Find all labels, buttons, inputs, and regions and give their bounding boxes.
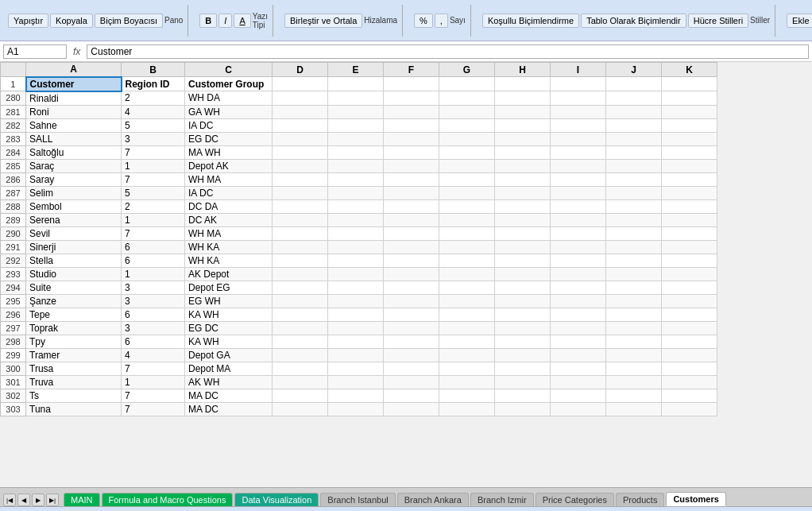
format-painter-button[interactable]: Biçim Boyacısı xyxy=(95,14,163,28)
cell-e-295[interactable] xyxy=(328,294,384,308)
cell-a-287[interactable]: Selim xyxy=(26,186,122,199)
cell-a-298[interactable]: Tpy xyxy=(26,335,122,348)
cell-c-295[interactable]: EG WH xyxy=(185,294,273,308)
col-header-i[interactable]: I xyxy=(551,63,606,77)
cell-a-281[interactable]: Roni xyxy=(26,105,122,118)
cell-reference-input[interactable] xyxy=(3,45,67,59)
cell-e-281[interactable] xyxy=(328,105,384,118)
col-header-j[interactable]: J xyxy=(606,63,662,77)
tab-formula-macro[interactable]: Formula and Macro Questions xyxy=(102,493,234,506)
cell-b-289[interactable]: 1 xyxy=(122,213,185,226)
cell-d-282[interactable] xyxy=(273,118,328,132)
cell-c-289[interactable]: DC AK xyxy=(185,213,273,226)
cell-f-300[interactable] xyxy=(384,362,439,375)
cell-a-292[interactable]: Stella xyxy=(26,254,122,267)
col-header-f[interactable]: F xyxy=(384,63,439,77)
cell-b-288[interactable]: 2 xyxy=(122,199,185,213)
cell-j-284[interactable] xyxy=(606,145,662,159)
cell-h-292[interactable] xyxy=(495,254,551,267)
cell-d-287[interactable] xyxy=(273,186,328,199)
cell-a-286[interactable]: Saray xyxy=(26,172,122,186)
cell-d-301[interactable] xyxy=(273,375,328,389)
cell-b1[interactable]: Region ID xyxy=(122,77,185,91)
cell-k-297[interactable] xyxy=(662,321,717,335)
cell-c-281[interactable]: GA WH xyxy=(185,105,273,118)
cell-b-287[interactable]: 5 xyxy=(122,186,185,199)
cell-g-289[interactable] xyxy=(439,213,495,226)
cell-f-295[interactable] xyxy=(384,294,439,308)
cell-d-281[interactable] xyxy=(273,105,328,118)
cell-h-284[interactable] xyxy=(495,145,551,159)
tab-products[interactable]: Products xyxy=(616,493,664,506)
cell-f-286[interactable] xyxy=(384,172,439,186)
italic-button[interactable]: I xyxy=(218,14,232,28)
cell-i-301[interactable] xyxy=(551,375,606,389)
thousands-button[interactable]: , xyxy=(435,14,448,28)
insert-button[interactable]: Ekle xyxy=(787,14,812,28)
cell-c-303[interactable]: MA DC xyxy=(185,402,273,416)
cell-j-294[interactable] xyxy=(606,281,662,294)
cell-j-286[interactable] xyxy=(606,172,662,186)
cell-c-297[interactable]: EG DC xyxy=(185,321,273,335)
cell-c-293[interactable]: AK Depot xyxy=(185,267,273,281)
cell-g-282[interactable] xyxy=(439,118,495,132)
cell-g-301[interactable] xyxy=(439,375,495,389)
cell-a-290[interactable]: Sevil xyxy=(26,226,122,240)
cell-b-303[interactable]: 7 xyxy=(122,402,185,416)
cell-f-284[interactable] xyxy=(384,145,439,159)
cell-h-283[interactable] xyxy=(495,132,551,145)
cell-i-295[interactable] xyxy=(551,294,606,308)
cell-i-282[interactable] xyxy=(551,118,606,132)
cell-a-303[interactable]: Tuna xyxy=(26,402,122,416)
cell-d-296[interactable] xyxy=(273,308,328,321)
cell-g-285[interactable] xyxy=(439,159,495,172)
cell-g-281[interactable] xyxy=(439,105,495,118)
cell-g-293[interactable] xyxy=(439,267,495,281)
cell-b-282[interactable]: 5 xyxy=(122,118,185,132)
cell-i-287[interactable] xyxy=(551,186,606,199)
cell-g-297[interactable] xyxy=(439,321,495,335)
cell-b-301[interactable]: 1 xyxy=(122,375,185,389)
col-header-h[interactable]: H xyxy=(495,63,551,77)
cell-i-280[interactable] xyxy=(551,91,606,106)
cell-k-284[interactable] xyxy=(662,145,717,159)
cell-h-293[interactable] xyxy=(495,267,551,281)
cell-i-292[interactable] xyxy=(551,254,606,267)
cell-k-294[interactable] xyxy=(662,281,717,294)
cell-c-287[interactable]: IA DC xyxy=(185,186,273,199)
cell-c-298[interactable]: KA WH xyxy=(185,335,273,348)
cell-b-294[interactable]: 3 xyxy=(122,281,185,294)
cell-j-293[interactable] xyxy=(606,267,662,281)
cell-f-296[interactable] xyxy=(384,308,439,321)
cell-j-288[interactable] xyxy=(606,199,662,213)
tab-nav-first[interactable]: |◀ xyxy=(3,494,16,506)
cell-k-293[interactable] xyxy=(662,267,717,281)
cell-b-300[interactable]: 7 xyxy=(122,362,185,375)
cell-d-290[interactable] xyxy=(273,226,328,240)
cell-h-299[interactable] xyxy=(495,348,551,362)
cell-a-296[interactable]: Tepe xyxy=(26,308,122,321)
cell-styles-button[interactable]: Hücre Stilleri xyxy=(688,14,748,28)
cell-b-296[interactable]: 6 xyxy=(122,308,185,321)
cell-j-283[interactable] xyxy=(606,132,662,145)
tab-customers[interactable]: Customers xyxy=(666,492,725,506)
cell-e-299[interactable] xyxy=(328,348,384,362)
cell-k-285[interactable] xyxy=(662,159,717,172)
cell-b-285[interactable]: 1 xyxy=(122,159,185,172)
cell-g-299[interactable] xyxy=(439,348,495,362)
cell-h-288[interactable] xyxy=(495,199,551,213)
cell-h-282[interactable] xyxy=(495,118,551,132)
cell-e-292[interactable] xyxy=(328,254,384,267)
cell-b-293[interactable]: 1 xyxy=(122,267,185,281)
copy-button[interactable]: Kopyala xyxy=(50,14,93,28)
tab-branch-istanbul[interactable]: Branch Istanbul xyxy=(320,493,395,506)
cell-j-292[interactable] xyxy=(606,254,662,267)
cell-i-289[interactable] xyxy=(551,213,606,226)
cell-a-282[interactable]: Sahne xyxy=(26,118,122,132)
cell-d-299[interactable] xyxy=(273,348,328,362)
cell-i-299[interactable] xyxy=(551,348,606,362)
cell-c-302[interactable]: MA DC xyxy=(185,389,273,402)
cell-h-280[interactable] xyxy=(495,91,551,106)
cell-b-286[interactable]: 7 xyxy=(122,172,185,186)
cell-g-298[interactable] xyxy=(439,335,495,348)
